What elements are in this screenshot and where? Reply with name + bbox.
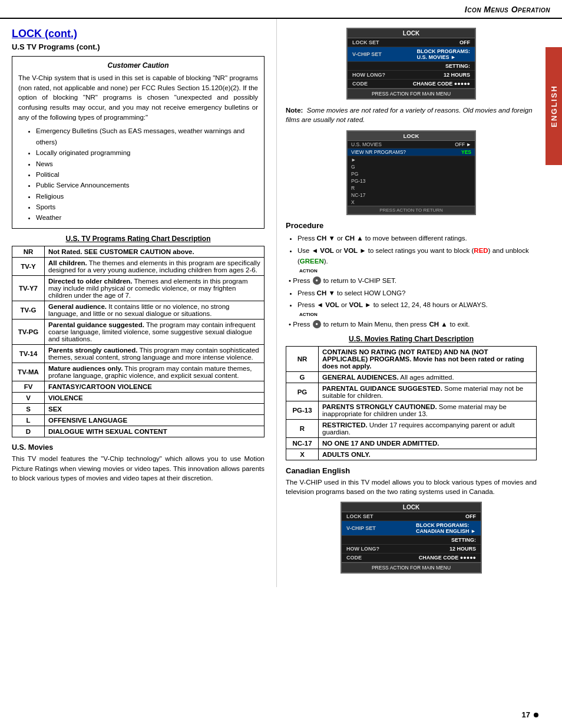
list-item: Press CH ▼ or CH ▲ to move between diffe… [297,233,537,243]
rating-code: S [12,403,45,414]
table-row: TV-Y All children. The themes and elemen… [12,257,265,275]
note-text: Note: Some movies are not rated for a va… [286,106,537,124]
lock-menu-row: V-CHIP SET BLOCK PROGRAMS:U.S. MOVIES ► [348,47,475,62]
list-item: Sports [36,202,258,212]
rating-desc: General audience. It contains little or … [45,301,265,319]
table-row: TV-MA Mature audiences only. This progra… [12,363,265,381]
rating-desc: OFFENSIVE LANGUAGE [45,414,265,426]
rating-code: TV-Y7 [12,275,45,301]
rating-desc: VIOLENCE [45,392,265,403]
lock-menu-item: PG [348,170,475,177]
rating-desc: PARENTAL GUIDANCE SUGGESTED. Some materi… [319,383,537,401]
rating-code: TV-Y [12,257,45,275]
table-row: PG PARENTAL GUIDANCE SUGGESTED. Some mat… [286,383,537,401]
rating-code: NC-17 [286,437,319,449]
rating-code: PG [286,383,319,401]
canadian-english-text: The V-CHIP used in this TV model allows … [286,477,537,497]
table-row: TV-Y7 Directed to older children. Themes… [12,275,265,301]
table-row: TV-PG Parental guidance suggested. The p… [12,319,265,344]
rating-code: NR [286,346,319,371]
header-title: Icon Menus Operation [465,5,550,14]
lock-menu-row: V-CHIP SET BLOCK PROGRAMS:CANADIAN ENGLI… [342,521,481,536]
lock-menu-item: NC-17 [348,192,475,199]
table-row: NR CONTAINS NO RATING (NOT RATED) AND NA… [286,346,537,371]
list-item: Public Service Announcements [36,180,258,190]
lock-menu-1: LOCK LOCK SET OFF V-CHIP SET BLOCK PROGR… [346,28,476,100]
lock-menu-row: LOCK SET OFF [348,38,475,47]
lock-menu-row: SETTING: [342,536,481,545]
lock-menu-3-header: LOCK [342,503,481,512]
table-row: V VIOLENCE [12,392,265,403]
caution-list: Emergency Bulletins (Such as EAS message… [18,126,258,223]
rating-desc: CONTAINS NO RATING (NOT RATED) AND NA (N… [319,346,537,371]
lock-menu-item: R [348,185,475,192]
lock-menu-row: VIEW NR PROGRAMS? YES [348,149,475,156]
table-row: NR Not Rated. SEE CUSTOMER CAUTION above… [12,246,265,257]
lock-menu-row: LOCK SET OFF [342,512,481,521]
us-movies-chart-title: U.S. Movies Rating Chart Description [286,335,537,343]
lock-menu-1-header: LOCK [348,29,475,38]
lock-menu-1-footer: PRESS ACTION FOR MAIN MENU [348,88,475,98]
list-item: Weather [36,212,258,223]
list-item: Use ◄ VOL or VOL ► to select ratings you… [297,245,537,267]
caution-title: Customer Caution [18,61,258,70]
tv-ratings-table: NR Not Rated. SEE CUSTOMER CAUTION above… [12,246,265,437]
rating-code: V [12,392,45,403]
lock-menu-3: LOCK LOCK SET OFF V-CHIP SET BLOCK PROGR… [340,502,482,574]
canadian-english-title: Canadian English [286,466,537,475]
rating-code: TV-PG [12,319,45,344]
rating-code: TV-G [12,301,45,319]
rating-desc: GENERAL AUDIENCES. All ages admitted. [319,371,537,383]
list-item: Emergency Bulletins (Such as EAS message… [36,126,258,147]
table-row: TV-14 Parents strongly cautioned. This p… [12,344,265,363]
rating-code: TV-14 [12,344,45,363]
rating-code: NR [12,246,45,257]
rating-desc: Directed to older children. Themes and e… [45,275,265,301]
table-row: TV-G General audience. It contains littl… [12,301,265,319]
rating-desc: ADULTS ONLY. [319,449,537,460]
rating-code: PG-13 [286,401,319,419]
rating-desc: DIALOGUE WITH SEXUAL CONTENT [45,426,265,437]
header-bar: Icon Menus Operation [0,0,562,19]
rating-code: X [286,449,319,460]
rating-desc: Not Rated. SEE CUSTOMER CAUTION above. [45,246,265,257]
list-item: ACTION • Press ● to return to Main Menu,… [289,311,537,330]
lock-menu-item: X [348,199,475,206]
lock-menu-row: HOW LONG? 12 HOURS [342,545,481,554]
table-row: D DIALOGUE WITH SEXUAL CONTENT [12,426,265,437]
lock-menu-3-footer: PRESS ACTION FOR MAIN MENU [342,562,481,572]
lock-menu-item: ► [348,156,475,163]
rating-code: FV [12,381,45,392]
table-row: R RESTRICTED. Under 17 requires accompan… [286,419,537,437]
table-row: S SEX [12,403,265,414]
page-title: LOCK (cont.) [12,28,265,40]
rating-code: D [12,426,45,437]
lock-menu-2-header: LOCK [348,131,475,141]
rating-desc: PARENTS STRONGLY CAUTIONED. Some materia… [319,401,537,419]
list-item: Press CH ▼ to select HOW LONG? [297,288,537,298]
rating-code: TV-MA [12,363,45,381]
list-item: Political [36,169,258,180]
table-row: NC-17 NO ONE 17 AND UNDER ADMITTED. [286,437,537,449]
table-row: PG-13 PARENTS STRONGLY CAUTIONED. Some m… [286,401,537,419]
us-movies-title: U.S. Movies [12,443,265,452]
rating-code: R [286,419,319,437]
rating-desc: RESTRICTED. Under 17 requires accompanyi… [319,419,537,437]
page-number: 17 [522,710,530,719]
table-row: FV FANTASY/CARTOON VIOLENCE [12,381,265,392]
section-subtitle: U.S TV Programs (cont.) [12,42,265,51]
right-column: LOCK LOCK SET OFF V-CHIP SET BLOCK PROGR… [277,19,546,587]
left-column: LOCK (cont.) U.S TV Programs (cont.) Cus… [0,19,277,587]
rating-desc: Mature audiences only. This program may … [45,363,265,381]
table-row: L OFFENSIVE LANGUAGE [12,414,265,426]
caution-text: The V-Chip system that is used in this s… [18,73,258,122]
main-content: LOCK (cont.) U.S TV Programs (cont.) Cus… [0,19,562,587]
page-footer: 17 [522,710,538,719]
page-footer-dot [534,713,538,717]
lock-menu-row: SETTING: [348,62,475,71]
rating-chart-title: U.S. TV Programs Rating Chart Descriptio… [12,235,265,243]
rating-desc: NO ONE 17 AND UNDER ADMITTED. [319,437,537,449]
rating-desc: Parents strongly cautioned. This program… [45,344,265,363]
list-item: Religious [36,191,258,202]
lock-menu-row: U.S. MOVIES OFF ► [348,141,475,149]
